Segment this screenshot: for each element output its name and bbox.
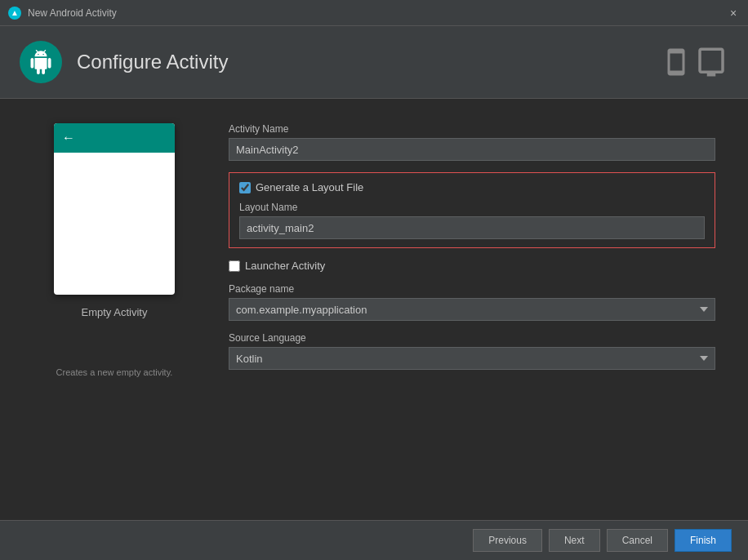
generate-layout-group: Generate a Layout File Layout Name: [229, 172, 715, 248]
title-bar-left: ▲ New Android Activity: [8, 7, 117, 20]
layout-name-label: Layout Name: [239, 202, 705, 213]
android-icon: ▲: [8, 7, 21, 20]
cancel-button[interactable]: Cancel: [607, 529, 668, 552]
back-arrow-icon: ←: [62, 131, 75, 145]
generate-layout-checkbox[interactable]: [239, 182, 251, 193]
finish-button[interactable]: Finish: [675, 529, 732, 552]
android-logo: [20, 41, 62, 83]
package-name-label: Package name: [229, 283, 715, 295]
source-language-field: Source Language Kotlin Java: [229, 332, 715, 370]
header-title: Configure Activity: [77, 51, 228, 73]
launcher-activity-checkbox[interactable]: [229, 260, 240, 272]
right-panel: Activity Name Generate a Layout File Lay…: [229, 123, 715, 496]
phone-preview: ←: [54, 123, 175, 295]
launcher-activity-label[interactable]: Launcher Activity: [245, 260, 325, 272]
phone-topbar: ←: [54, 123, 175, 153]
close-button[interactable]: ×: [727, 7, 740, 20]
generate-layout-label[interactable]: Generate a Layout File: [256, 181, 363, 193]
generate-layout-row: Generate a Layout File: [239, 181, 705, 193]
device-icons: [661, 45, 728, 79]
header-left: Configure Activity: [20, 41, 228, 83]
dialog-title: New Android Activity: [28, 7, 117, 19]
dialog-body: Configure Activity ← Empty Activity Crea…: [0, 26, 748, 560]
dialog-content: ← Empty Activity Creates a new empty act…: [0, 99, 748, 520]
activity-name-label: Activity Name: [229, 123, 715, 135]
launcher-activity-row: Launcher Activity: [229, 260, 715, 272]
activity-name-field: Activity Name: [229, 123, 715, 161]
preview-description: Creates a new empty activity.: [56, 367, 173, 377]
source-language-label: Source Language: [229, 332, 715, 344]
activity-name-input[interactable]: [229, 138, 715, 161]
dialog-footer: Previous Next Cancel Finish: [0, 520, 748, 560]
dialog-header: Configure Activity: [0, 26, 748, 99]
package-name-field: Package name com.example.myapplication: [229, 283, 715, 321]
layout-name-input[interactable]: [239, 216, 705, 239]
package-name-select[interactable]: com.example.myapplication: [229, 298, 715, 321]
next-button[interactable]: Next: [549, 529, 600, 552]
left-panel: ← Empty Activity Creates a new empty act…: [33, 123, 196, 496]
title-bar: ▲ New Android Activity ×: [0, 0, 748, 26]
layout-name-field: Layout Name: [239, 202, 705, 239]
previous-button[interactable]: Previous: [473, 529, 542, 552]
source-language-select[interactable]: Kotlin Java: [229, 347, 715, 370]
preview-label: Empty Activity: [82, 306, 148, 318]
